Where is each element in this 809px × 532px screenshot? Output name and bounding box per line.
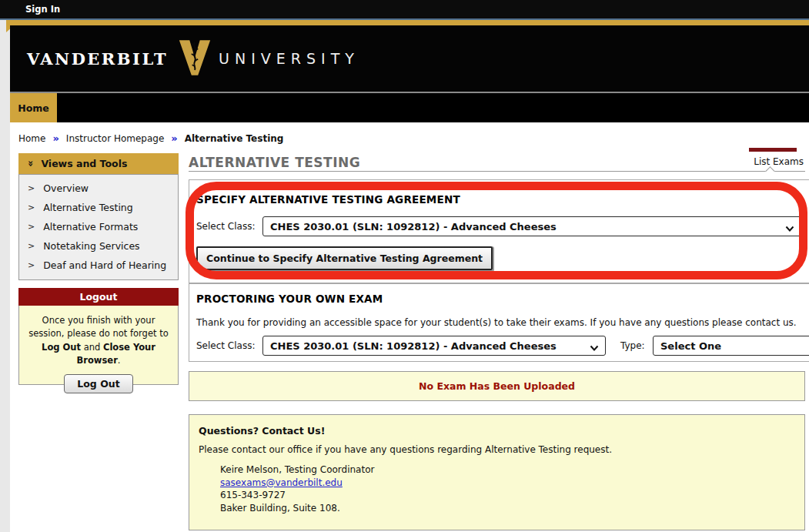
contact-details: Keire Melson, Testing Coordinator sasexa… bbox=[220, 463, 374, 514]
logout-panel: Once you finish with your session, pleas… bbox=[18, 306, 179, 385]
sidebar-item-label: Deaf and Hard of Hearing bbox=[43, 259, 166, 271]
logout-text: . bbox=[118, 355, 121, 366]
breadcrumb-separator-icon: » bbox=[171, 132, 177, 144]
list-exams-link[interactable]: List Exams bbox=[754, 156, 804, 167]
contact-email-link[interactable]: sasexams@vanderbilt.edu bbox=[220, 477, 343, 488]
breadcrumb-home[interactable]: Home bbox=[18, 133, 45, 144]
select-class-label: Select Class: bbox=[196, 221, 255, 232]
type-label: Type: bbox=[620, 340, 645, 351]
contact-description: Please contact our office if you have an… bbox=[199, 444, 612, 455]
proctoring-section-heading: PROCTORING YOUR OWN EXAM bbox=[196, 293, 383, 305]
chevron-right-icon: > bbox=[28, 222, 35, 232]
breadcrumb-instructor-homepage[interactable]: Instructor Homepage bbox=[66, 133, 164, 144]
title-divider bbox=[189, 171, 805, 172]
chevron-down-icon bbox=[785, 223, 794, 235]
sidebar-item-alternative-testing[interactable]: > Alternative Testing bbox=[19, 198, 178, 217]
sidebar-item-overview[interactable]: > Overview bbox=[19, 179, 178, 198]
proctoring-type-select-value: Select One bbox=[660, 340, 721, 352]
breadcrumb: Home » Instructor Homepage » Alternative… bbox=[18, 132, 283, 144]
specify-section-heading: SPECIFY ALTERNATIVE TESTING AGREEMENT bbox=[196, 193, 460, 206]
nav-tab-home[interactable]: Home bbox=[10, 93, 59, 122]
list-exams-active-bar bbox=[749, 148, 797, 152]
no-exam-banner-text: No Exam Has Been Uploaded bbox=[419, 380, 575, 392]
main-navbar: Home bbox=[10, 93, 809, 122]
proctoring-description: Thank you for providing an accessible sp… bbox=[196, 317, 797, 328]
proctoring-type-select[interactable]: Select One bbox=[653, 336, 809, 356]
page-title: ALTERNATIVE TESTING bbox=[189, 155, 360, 170]
logout-text-bold: Log Out bbox=[42, 342, 81, 353]
contact-name: Keire Melson, Testing Coordinator bbox=[220, 463, 374, 477]
chevron-right-icon: > bbox=[28, 202, 35, 212]
chevron-down-icon bbox=[590, 343, 599, 354]
breadcrumb-current-page: Alternative Testing bbox=[185, 133, 284, 144]
views-and-tools-label: Views and Tools bbox=[41, 158, 127, 169]
specify-agreement-section: SPECIFY ALTERNATIVE TESTING AGREEMENT Se… bbox=[189, 179, 809, 283]
contact-address: Baker Building, Suite 108. bbox=[220, 502, 374, 515]
specify-class-select-value: CHES 2030.01 (SLN: 1092812) - Advanced C… bbox=[270, 221, 557, 233]
proctoring-section: PROCTORING YOUR OWN EXAM Thank you for p… bbox=[189, 283, 809, 362]
continue-specify-agreement-button[interactable]: Continue to Specify Alternative Testing … bbox=[196, 246, 493, 270]
chevron-right-icon: > bbox=[28, 260, 35, 270]
views-and-tools-list: > Overview > Alternative Testing > Alter… bbox=[18, 174, 179, 280]
contact-heading: Questions? Contact Us! bbox=[199, 425, 325, 437]
university-wordmark: UNIVERSITY bbox=[219, 50, 359, 67]
proctoring-class-select-value: CHES 2030.01 (SLN: 1092812) - Advanced C… bbox=[270, 340, 557, 352]
sidebar-item-label: Alternative Formats bbox=[43, 221, 138, 233]
proctoring-class-select[interactable]: CHES 2030.01 (SLN: 1092812) - Advanced C… bbox=[262, 336, 606, 356]
double-chevron-down-icon: » bbox=[25, 160, 37, 166]
contact-phone: 615-343-9727 bbox=[220, 489, 374, 502]
gold-strip bbox=[6, 20, 809, 25]
sidebar-item-label: Notetaking Services bbox=[43, 240, 139, 252]
sidebar-item-notetaking-services[interactable]: > Notetaking Services bbox=[19, 236, 178, 256]
sidebar-item-label: Overview bbox=[43, 182, 89, 194]
specify-class-select[interactable]: CHES 2030.01 (SLN: 1092812) - Advanced C… bbox=[262, 216, 801, 236]
contact-panel: Questions? Contact Us! Please contact ou… bbox=[189, 414, 805, 530]
sidebar-item-alternative-formats[interactable]: > Alternative Formats bbox=[19, 217, 178, 236]
vanderbilt-v-icon bbox=[179, 40, 211, 78]
masthead: VANDERBILT UNIVERSITY bbox=[10, 25, 809, 92]
vanderbilt-logo[interactable]: VANDERBILT UNIVERSITY bbox=[27, 40, 359, 78]
chevron-right-icon: > bbox=[28, 241, 35, 251]
logout-text: Once you finish with your session, pleas… bbox=[28, 315, 168, 339]
chevron-right-icon: > bbox=[28, 183, 35, 193]
select-class-label: Select Class: bbox=[196, 340, 255, 351]
breadcrumb-separator-icon: » bbox=[52, 132, 59, 144]
sidebar-item-label: Alternative Testing bbox=[43, 202, 133, 213]
alternative-testing-page: Sign In VANDERBILT UNIVERSITY Home Home … bbox=[0, 0, 809, 532]
logout-text: and bbox=[81, 342, 103, 353]
vanderbilt-wordmark: VANDERBILT bbox=[27, 49, 168, 69]
sign-in-bar: Sign In bbox=[0, 0, 809, 18]
logout-panel-header: Logout bbox=[18, 288, 179, 306]
views-and-tools-header[interactable]: » Views and Tools bbox=[18, 153, 179, 174]
no-exam-banner: No Exam Has Been Uploaded bbox=[189, 371, 805, 401]
sidebar-item-deaf-hard-of-hearing[interactable]: > Deaf and Hard of Hearing bbox=[19, 256, 178, 275]
sign-in-link[interactable]: Sign In bbox=[25, 0, 60, 18]
log-out-button[interactable]: Log Out bbox=[64, 374, 132, 393]
